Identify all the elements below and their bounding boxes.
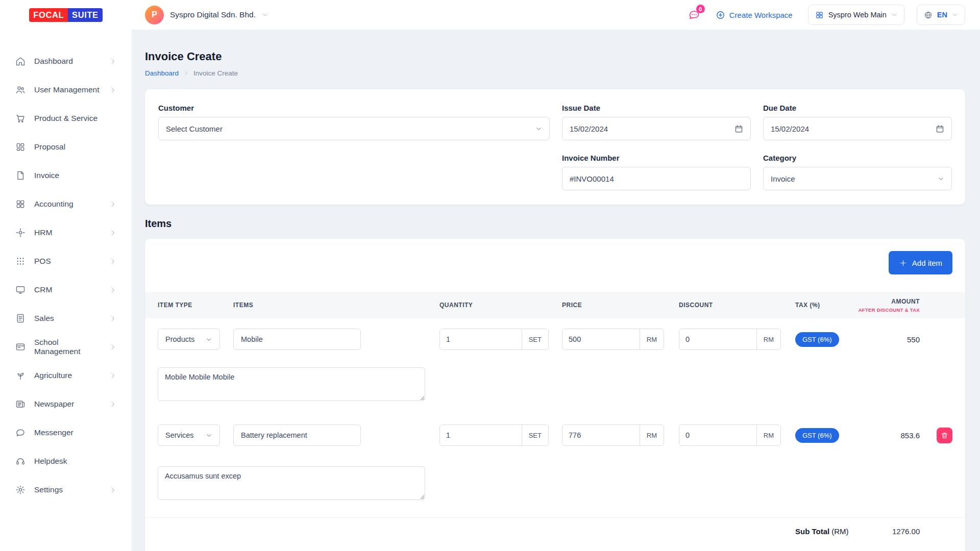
messages-button[interactable]: 0 (688, 9, 700, 21)
quantity-group-2: SET (439, 424, 549, 446)
discount-input-1[interactable] (679, 329, 756, 349)
item-name-input-2[interactable] (233, 424, 361, 446)
due-date-field: Due Date 15/02/2024 (763, 104, 952, 140)
item-type-select-2[interactable]: Services (158, 424, 220, 446)
price-cell: RM (562, 329, 679, 350)
chevron-right-icon (110, 287, 116, 293)
price-group-2: RM (562, 424, 664, 446)
category-field: Category Invoice (763, 154, 952, 190)
breadcrumb: Dashboard Invoice Create (145, 69, 965, 77)
quantity-group-1: SET (439, 329, 549, 350)
calendar-icon (936, 124, 944, 133)
sidebar-item-label: Proposal (34, 142, 65, 152)
tax-badge-2: GST (6%) (795, 428, 839, 443)
sidebar-item-product-service[interactable]: Product & Service (0, 104, 132, 133)
active-workspace-button[interactable]: Syspro Web Main (808, 5, 904, 25)
page-title: Invoice Create (145, 50, 965, 63)
tax-cell: GST (6%) (795, 332, 892, 347)
target-icon (15, 228, 26, 238)
discount-input-2[interactable] (679, 425, 756, 445)
sidebar-item-label: POS (34, 257, 51, 266)
trash-icon (941, 432, 948, 439)
category-select[interactable]: Invoice (763, 167, 952, 190)
invoice-number-label: Invoice Number (562, 154, 751, 162)
price-input-2[interactable] (562, 425, 640, 445)
sidebar-item-invoice[interactable]: Invoice (0, 161, 132, 190)
row-actions-2 (924, 428, 952, 443)
discount-group-2: RM (679, 424, 781, 446)
sidebar-item-accounting[interactable]: Accounting (0, 190, 132, 218)
item-name-cell (233, 424, 439, 446)
tax-badge-1: GST (6%) (795, 332, 839, 347)
issue-date-input[interactable]: 15/02/2024 (562, 117, 751, 140)
description-textarea-1[interactable]: Mobile Mobile Mobile (158, 367, 425, 401)
add-item-button[interactable]: Add item (889, 251, 952, 274)
issue-date-field: Issue Date 15/02/2024 (562, 104, 751, 140)
chevron-right-icon (183, 70, 189, 76)
chevron-down-icon (206, 432, 212, 439)
grid-icon (815, 11, 824, 19)
col-item-type: ITEM TYPE (158, 302, 233, 309)
sidebar-item-label: User Management (34, 85, 100, 94)
sidebar-item-sales[interactable]: Sales (0, 304, 132, 333)
item-type-select-1[interactable]: Products (158, 329, 220, 350)
sidebar-item-crm[interactable]: CRM (0, 276, 132, 304)
home-icon (15, 56, 26, 66)
sidebar-item-helpdesk[interactable]: Helpdesk (0, 447, 132, 475)
price-currency-2: RM (640, 425, 664, 445)
sidebar-item-school-management[interactable]: School Management (0, 333, 132, 361)
workspace-selector[interactable]: P Syspro Digital Sdn. Bhd. (145, 6, 268, 24)
sidebar-item-hrm[interactable]: HRM (0, 218, 132, 247)
sidebar-item-label: Messenger (34, 428, 74, 437)
sidebar-item-agriculture[interactable]: Agriculture (0, 361, 132, 390)
sidebar-item-user-management[interactable]: User Management (0, 76, 132, 104)
description-row-2: Accusamus sunt excep (145, 466, 965, 500)
item-name-input-1[interactable] (233, 329, 361, 350)
subtotal-label-text: Sub Total (795, 527, 829, 536)
newspaper-icon (15, 399, 26, 409)
quantity-cell: SET (439, 424, 562, 446)
plus-icon (899, 259, 908, 267)
description-textarea-2[interactable]: Accusamus sunt excep (158, 466, 425, 500)
customer-label: Customer (158, 104, 550, 112)
sidebar-item-label: Newspaper (34, 399, 74, 409)
quantity-input-1[interactable] (440, 329, 522, 349)
sidebar-item-pos[interactable]: POS (0, 247, 132, 276)
workspace-name: Syspro Digital Sdn. Bhd. (170, 10, 256, 19)
form-spacer (158, 154, 550, 190)
delete-row-button[interactable] (937, 428, 952, 443)
sidebar-item-dashboard[interactable]: Dashboard (0, 47, 132, 76)
due-date-value: 15/02/2024 (771, 124, 809, 133)
sidebar-item-label: Sales (34, 314, 54, 323)
chevron-down-icon (206, 336, 212, 343)
sidebar-item-newspaper[interactable]: Newspaper (0, 390, 132, 418)
price-cell: RM (562, 424, 679, 446)
amount-value-2: 853.6 (892, 431, 924, 440)
items-card: Add item ITEM TYPE ITEMS QUANTITY PRICE … (145, 239, 965, 551)
sidebar-item-settings[interactable]: Settings (0, 475, 132, 504)
item-row-2: Services SET RM (145, 424, 965, 446)
price-group-1: RM (562, 329, 664, 350)
language-button[interactable]: EN (917, 5, 965, 25)
chevron-right-icon (110, 372, 116, 379)
create-workspace-button[interactable]: Create Workspace (713, 10, 796, 20)
subtotal-unit: (RM) (831, 527, 848, 536)
col-amount-subnote: AFTER DISCOUNT & TAX (859, 307, 920, 313)
sidebar-item-messenger[interactable]: Messenger (0, 418, 132, 447)
sidebar-item-label: Dashboard (34, 57, 73, 66)
subtotal-label: Sub Total(RM) (795, 527, 892, 536)
invoice-number-input[interactable] (562, 167, 751, 190)
create-workspace-label: Create Workspace (729, 11, 793, 19)
quantity-input-2[interactable] (440, 425, 522, 445)
breadcrumb-dashboard-link[interactable]: Dashboard (145, 69, 179, 77)
brand-logo[interactable]: FOCAL SUITE (29, 8, 102, 22)
col-price: PRICE (562, 302, 679, 309)
item-type-value-2: Services (165, 431, 194, 439)
price-input-1[interactable] (562, 329, 640, 349)
customer-select[interactable]: Select Customer (158, 117, 550, 140)
item-type-value-1: Products (165, 335, 194, 343)
sidebar-item-label: Agriculture (34, 371, 72, 380)
due-date-input[interactable]: 15/02/2024 (763, 117, 952, 140)
top-header: FOCAL SUITE P Syspro Digital Sdn. Bhd. 0… (0, 0, 980, 30)
sidebar-item-proposal[interactable]: Proposal (0, 133, 132, 161)
